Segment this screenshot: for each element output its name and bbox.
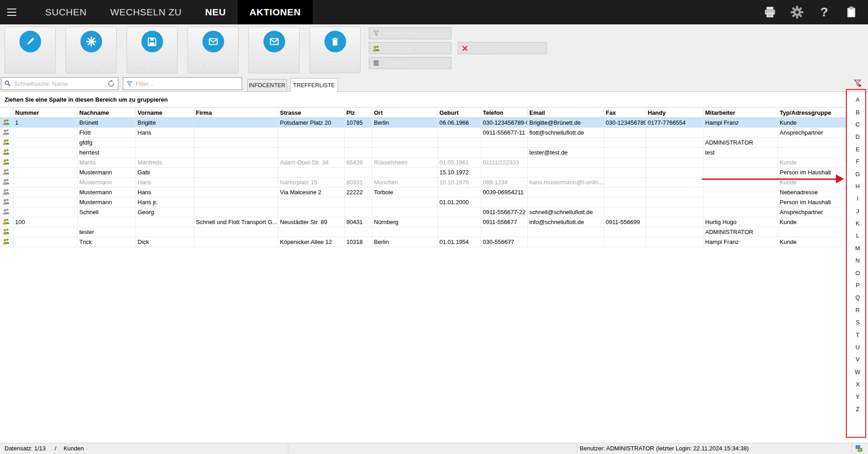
grid-cell xyxy=(194,237,278,247)
alphabet-letter-s[interactable]: S xyxy=(847,316,868,328)
alphabet-letter-q[interactable]: Q xyxy=(847,291,868,304)
alphabet-letter-l[interactable]: L xyxy=(847,229,868,242)
alphabet-letter-c[interactable]: C xyxy=(847,118,868,131)
menu-item-aktionen[interactable]: AKTIONEN xyxy=(238,0,313,24)
grid-cell xyxy=(437,138,481,148)
table-row[interactable]: MustermannHans jr.01.01.2000Person im Ha… xyxy=(0,197,847,207)
alphabet-letter-h[interactable]: H xyxy=(847,180,868,192)
table-row[interactable]: gfdfgADMINISTRATOR xyxy=(0,138,847,148)
alphabet-letter-a[interactable]: A xyxy=(847,94,868,106)
table-row[interactable]: MustermannHansVia Malcesine 222222Torbol… xyxy=(0,187,847,197)
record-counter-separator: / xyxy=(55,443,56,454)
alphabet-letter-r[interactable]: R xyxy=(847,304,868,316)
alphabet-letter-i[interactable]: I xyxy=(847,192,868,205)
alphabet-index-strip: ABCDEFGHIJKLMNOPQRSTUVWXYZ xyxy=(847,92,868,443)
alphabet-letter-e[interactable]: E xyxy=(847,143,868,155)
grid-cell xyxy=(344,168,372,178)
quick-search-input[interactable] xyxy=(14,80,104,87)
settings-gear-icon[interactable] xyxy=(790,5,804,19)
column-header-geburt[interactable]: Geburt xyxy=(437,108,481,118)
grid-cell: 10318 xyxy=(344,237,372,247)
remove-button[interactable]: ENTFERNEN xyxy=(310,27,361,73)
grid-cell xyxy=(194,178,278,187)
connection-status-icon[interactable] xyxy=(855,445,863,454)
alphabet-filter-icon[interactable] xyxy=(853,79,863,90)
column-header-email[interactable]: Email xyxy=(527,108,604,118)
alphabet-letter-d[interactable]: D xyxy=(847,131,868,143)
column-header-mitarbeiter[interactable]: Mitarbeiter xyxy=(703,108,778,118)
table-row[interactable]: testerADMINISTRATOR xyxy=(0,227,847,237)
table-row[interactable]: 1BrünettBrigittePotsdamer Platz 2010785B… xyxy=(0,118,847,128)
column-header-plz[interactable]: Plz xyxy=(344,108,372,118)
column-header-handy[interactable]: Handy xyxy=(646,108,703,118)
grid-cell: 90431 xyxy=(344,217,372,227)
open-button[interactable]: ÖFFNEN xyxy=(5,27,56,73)
column-header-fax[interactable]: Fax xyxy=(604,108,646,118)
table-row[interactable]: 100Schnell und Flott Transport G...Neust… xyxy=(0,217,847,227)
adressliste-label: Adressliste... xyxy=(383,45,417,51)
column-header-vorname[interactable]: Vorname xyxy=(136,108,194,118)
tab-trefferliste[interactable]: TREFFERLISTE xyxy=(290,78,338,92)
menu-item-neu[interactable]: NEU xyxy=(193,0,238,24)
alphabet-letter-j[interactable]: J xyxy=(847,205,868,217)
grid-cell xyxy=(194,158,278,168)
alphabet-letter-z[interactable]: Z xyxy=(847,403,868,415)
alphabet-letter-g[interactable]: G xyxy=(847,168,868,180)
alphabet-letter-t[interactable]: T xyxy=(847,328,868,341)
alphabet-letter-m[interactable]: M xyxy=(847,242,868,254)
grid-cell: Manfreds xyxy=(136,158,194,168)
statusbar-divider xyxy=(288,444,288,453)
vertragsfilter-button[interactable]: Vertragsfilter... xyxy=(369,27,451,39)
alphabet-letter-y[interactable]: Y xyxy=(847,390,868,403)
table-row[interactable]: MantaManfredsAdam-Opel-Str. 3465428Rüsse… xyxy=(0,158,847,168)
column-header-nachname[interactable]: Nachname xyxy=(77,108,136,118)
adressliste-button[interactable]: Adressliste... xyxy=(369,42,451,54)
contact-icon-gray xyxy=(0,197,13,207)
grid-cell: ADMINISTRATOR xyxy=(703,138,778,148)
results-grid: NummerNachnameVornameFirmaStrassePlzOrtG… xyxy=(0,107,847,247)
table-row[interactable]: SchnellGeorg0911-556677-22schnell@schnel… xyxy=(0,207,847,217)
tab-infocenter[interactable]: INFOCENTER xyxy=(247,79,287,92)
alphabet-letter-o[interactable]: O xyxy=(847,267,868,279)
alphabet-letter-k[interactable]: K xyxy=(847,217,868,229)
table-row[interactable]: TrickDickKöpenicker Allee 1210318Berlin0… xyxy=(0,237,847,247)
filter-input[interactable] xyxy=(136,80,239,87)
delete-button[interactable]: Löschen xyxy=(458,42,547,54)
table-row[interactable]: FlottHans0911-556677-11flott@schnelluflo… xyxy=(0,128,847,138)
column-header-typ-adressgruppe[interactable]: Typ/Adressgruppe xyxy=(778,108,847,118)
grid-cell xyxy=(778,138,847,148)
grid-cell xyxy=(344,148,372,158)
grid-cell xyxy=(372,227,437,237)
table-row[interactable]: MustermannHansIsartorplatz 1580331Münche… xyxy=(0,178,847,187)
menu-item-suchen[interactable]: SUCHEN xyxy=(33,0,99,24)
letter-button[interactable]: BRIEF xyxy=(249,27,300,73)
email-button[interactable]: E-MAIL... xyxy=(188,27,239,73)
table-row[interactable]: herrtesttester@test.detest xyxy=(0,148,847,158)
grid-cell xyxy=(604,178,646,187)
clipboard-icon[interactable] xyxy=(845,5,858,19)
trefferliste-button[interactable]: Trefferliste... xyxy=(369,57,451,69)
alphabet-letter-f[interactable]: F xyxy=(847,155,868,168)
refresh-icon[interactable] xyxy=(107,80,115,88)
hamburger-menu-icon[interactable] xyxy=(0,0,23,24)
column-header-nummer[interactable]: Nummer xyxy=(13,108,77,118)
assign-button[interactable]: ZUORDNEN xyxy=(66,27,117,73)
alphabet-letter-x[interactable]: X xyxy=(847,378,868,390)
export-button[interactable]: EXPORTIEREN xyxy=(127,27,178,73)
alphabet-letter-b[interactable]: B xyxy=(847,106,868,118)
alphabet-letter-w[interactable]: W xyxy=(847,366,868,378)
grid-cell: 0039-06954211 xyxy=(481,187,527,197)
table-row[interactable]: MustermannGabi15.10.1972Person im Hausha… xyxy=(0,168,847,178)
column-header-firma[interactable]: Firma xyxy=(194,108,278,118)
alphabet-letter-v[interactable]: V xyxy=(847,353,868,365)
column-header-telefon[interactable]: Telefon xyxy=(481,108,527,118)
column-header-strasse[interactable]: Strasse xyxy=(278,108,344,118)
help-icon[interactable]: ? xyxy=(817,5,831,19)
printer-icon[interactable] xyxy=(763,5,777,19)
grid-cell xyxy=(437,217,481,227)
column-header-ort[interactable]: Ort xyxy=(372,108,437,118)
alphabet-letter-n[interactable]: N xyxy=(847,254,868,267)
menu-item-wechseln-zu[interactable]: WECHSELN ZU xyxy=(99,0,193,24)
alphabet-letter-u[interactable]: U xyxy=(847,341,868,353)
alphabet-letter-p[interactable]: P xyxy=(847,279,868,291)
